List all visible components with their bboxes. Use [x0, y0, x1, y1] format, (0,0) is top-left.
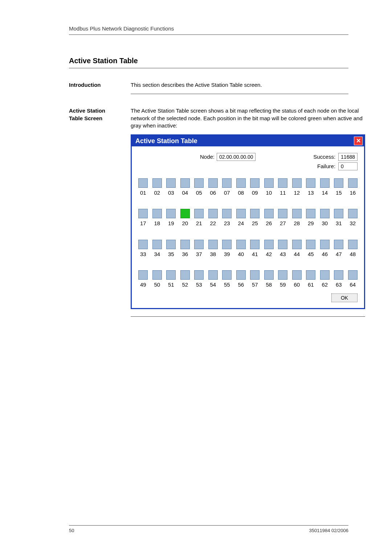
- station-box-24: [236, 209, 246, 218]
- station-box-55: [222, 270, 232, 280]
- station-box-51: [166, 270, 176, 280]
- close-icon[interactable]: ✕: [354, 137, 363, 145]
- station-box-11: [278, 178, 287, 188]
- station-label: 57: [250, 281, 260, 288]
- station-label: 14: [320, 189, 330, 197]
- screen-text: The Active Station Table screen shows a …: [131, 108, 363, 129]
- station-box-63: [334, 270, 343, 280]
- station-box-45: [306, 240, 315, 249]
- document-page: Modbus Plus Network Diagnostic Functions…: [0, 0, 392, 555]
- station-box-61: [306, 270, 315, 280]
- screen-label: Active Station Table Screen: [69, 107, 131, 317]
- station-box-47: [334, 240, 343, 249]
- station-box-43: [278, 240, 287, 249]
- station-box-60: [292, 270, 302, 280]
- station-label: 31: [334, 220, 344, 227]
- station-label: 54: [208, 281, 218, 288]
- active-station-dialog: Active Station Table ✕ Node: 02.00.00.00…: [131, 134, 365, 309]
- screen-after-rule: [131, 316, 365, 317]
- station-box-42: [264, 240, 274, 249]
- station-label: 08: [236, 189, 246, 197]
- station-label: 16: [348, 189, 358, 197]
- station-box-59: [278, 270, 287, 280]
- failure-field: 0: [338, 162, 358, 170]
- success-field: 11688: [338, 153, 358, 161]
- station-label: 18: [152, 220, 162, 227]
- station-box-32: [348, 209, 358, 218]
- station-label: 45: [306, 251, 316, 258]
- dialog-title: Active Station Table: [135, 137, 197, 145]
- station-label: 47: [334, 251, 344, 258]
- grid-spacer: [138, 198, 358, 207]
- station-box-16: [348, 178, 358, 188]
- station-box-01: [138, 178, 148, 188]
- station-label: 38: [208, 251, 218, 258]
- station-box-12: [292, 178, 302, 188]
- dialog-top-row: Node: 02.00.00.00.00 Success: 11688 Fail…: [138, 153, 358, 170]
- station-box-19: [166, 209, 176, 218]
- station-box-13: [306, 178, 315, 188]
- station-label: 41: [250, 251, 260, 258]
- station-box-06: [208, 178, 218, 188]
- station-box-10: [264, 178, 274, 188]
- chapter-header: Modbus Plus Network Diagnostic Functions: [69, 25, 348, 35]
- station-box-05: [194, 178, 204, 188]
- station-box-54: [208, 270, 218, 280]
- station-box-46: [320, 240, 330, 249]
- station-box-50: [152, 270, 162, 280]
- station-grid: 0102030405060708091011121314151617181920…: [138, 178, 358, 288]
- station-label: 32: [348, 220, 358, 227]
- intro-row: Introduction This section describes the …: [69, 81, 348, 94]
- station-box-35: [166, 240, 176, 249]
- station-label: 26: [264, 220, 274, 227]
- station-label: 10: [264, 189, 274, 197]
- station-label: 06: [208, 189, 218, 197]
- station-label: 48: [348, 251, 358, 258]
- station-box-20: [180, 209, 190, 218]
- station-label: 04: [180, 189, 190, 197]
- station-box-25: [250, 209, 260, 218]
- station-box-37: [194, 240, 204, 249]
- station-box-58: [264, 270, 274, 280]
- station-label: 36: [180, 251, 190, 258]
- station-box-17: [138, 209, 148, 218]
- station-box-04: [180, 178, 190, 188]
- section-title: Active Station Table: [69, 57, 348, 65]
- station-label: 19: [166, 220, 176, 227]
- station-label: 53: [194, 281, 204, 288]
- station-label: 51: [166, 281, 176, 288]
- station-label: 22: [208, 220, 218, 227]
- page-number: 50: [69, 528, 74, 533]
- station-box-02: [152, 178, 162, 188]
- station-box-09: [250, 178, 260, 188]
- station-label: 13: [306, 189, 316, 197]
- station-label: 11: [278, 189, 288, 197]
- station-label: 49: [138, 281, 148, 288]
- station-label: 55: [222, 281, 232, 288]
- grid-spacer: [138, 259, 358, 269]
- page-footer: 50 35011984 02/2006: [69, 525, 348, 533]
- station-box-49: [138, 270, 148, 280]
- station-box-31: [334, 209, 343, 218]
- station-box-14: [320, 178, 330, 188]
- station-label: 25: [250, 220, 260, 227]
- screen-row: Active Station Table Screen The Active S…: [69, 107, 348, 317]
- station-box-23: [222, 209, 232, 218]
- station-label: 28: [292, 220, 302, 227]
- station-label: 02: [152, 189, 162, 197]
- station-box-56: [236, 270, 246, 280]
- intro-label: Introduction: [69, 81, 131, 94]
- station-box-29: [306, 209, 315, 218]
- ok-button[interactable]: OK: [331, 293, 358, 302]
- station-box-64: [348, 270, 358, 280]
- dialog-titlebar: Active Station Table ✕: [132, 135, 364, 146]
- doc-reference: 35011984 02/2006: [309, 528, 348, 533]
- station-label: 62: [320, 281, 330, 288]
- station-label: 58: [264, 281, 274, 288]
- grid-spacer: [138, 229, 358, 238]
- station-box-33: [138, 240, 148, 249]
- station-box-07: [222, 178, 232, 188]
- node-label: Node:: [200, 153, 215, 161]
- node-field[interactable]: 02.00.00.00.00: [217, 153, 256, 161]
- station-label: 12: [292, 189, 302, 197]
